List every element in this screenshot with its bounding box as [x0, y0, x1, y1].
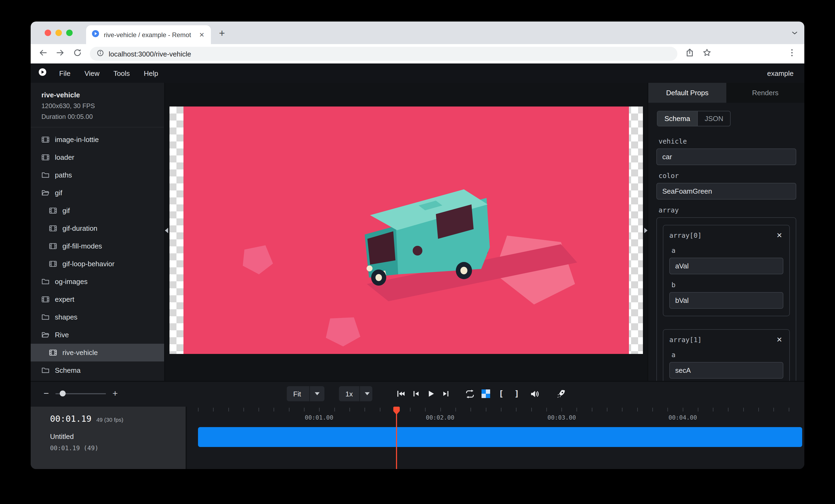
- sidebar-item-rive-vehicle[interactable]: rive-vehicle: [30, 344, 164, 361]
- sidebar-item-paths[interactable]: paths: [30, 166, 164, 184]
- zoom-slider-knob[interactable]: [60, 391, 66, 396]
- remove-array-0-icon[interactable]: ✕: [775, 231, 783, 240]
- url-text: localhost:3000/rive-vehicle: [109, 50, 191, 58]
- menu-file[interactable]: File: [53, 69, 76, 77]
- playback-speed-select[interactable]: 1x: [339, 386, 372, 401]
- array-0-b-label: b: [671, 281, 783, 289]
- browser-tabstrip: rive-vehicle / example - Remot ✕ +: [30, 22, 805, 44]
- collapse-right-sidebar-icon[interactable]: [644, 226, 648, 234]
- reload-icon[interactable]: [73, 48, 82, 60]
- composition-icon: [41, 135, 49, 144]
- ruler-label: 00:03.00: [547, 414, 576, 421]
- loop-icon[interactable]: [465, 389, 474, 398]
- out-point-icon[interactable]: ]: [512, 389, 521, 398]
- van-side-marker: [413, 246, 422, 255]
- zoom-in-button[interactable]: +: [113, 388, 118, 399]
- sidebar-item-gif-duration[interactable]: gif-duration: [30, 219, 164, 237]
- sidebar-item-rive-folder[interactable]: Rive: [30, 326, 164, 344]
- url-bar[interactable]: localhost:3000/rive-vehicle: [90, 47, 677, 61]
- fit-select[interactable]: Fit: [287, 386, 324, 401]
- project-resolution: 1200x630, 30 FPS: [41, 102, 157, 110]
- sidebar-item-label: gif: [55, 189, 62, 197]
- browser-menu-icon[interactable]: [787, 48, 797, 60]
- app-menubar: File View Tools Help example: [30, 63, 805, 83]
- forward-icon[interactable]: [56, 48, 65, 60]
- jump-to-start-icon[interactable]: [396, 389, 405, 398]
- sidebar-item-label: gif-duration: [62, 224, 97, 232]
- site-info-icon[interactable]: [96, 49, 104, 59]
- browser-window: rive-vehicle / example - Remot ✕ +: [30, 22, 805, 469]
- array-0-a-input[interactable]: [669, 258, 783, 274]
- zoom-slider[interactable]: [56, 393, 106, 394]
- sidebar-item-expert[interactable]: expert: [30, 291, 164, 308]
- array-1-a-label: a: [671, 351, 783, 359]
- tab-close-icon[interactable]: ✕: [198, 31, 205, 39]
- share-icon[interactable]: [685, 48, 695, 60]
- tab-search-chevron-icon[interactable]: [790, 28, 799, 39]
- minimize-window-button[interactable]: [56, 29, 62, 36]
- sidebar-item-label: loader: [55, 153, 74, 161]
- sidebar-item-schema[interactable]: Schema: [30, 361, 164, 379]
- rocket-icon[interactable]: [556, 389, 566, 398]
- timeline-track-bar[interactable]: [198, 427, 802, 447]
- ruler-label: 00:04.00: [669, 414, 697, 421]
- right-panel-tabs: Default Props Renders: [648, 83, 805, 103]
- menu-tools[interactable]: Tools: [108, 69, 136, 77]
- zoom-controls: − +: [44, 382, 118, 405]
- timeline-ruler[interactable]: [198, 408, 800, 412]
- collapse-left-sidebar-icon[interactable]: [164, 226, 169, 234]
- tab-default-props[interactable]: Default Props: [648, 83, 726, 103]
- volume-icon[interactable]: [530, 389, 539, 398]
- timeline-tracks-area[interactable]: 00:01.00 00:02.00 00:03.00 00:04.00: [187, 407, 805, 469]
- subtab-schema[interactable]: Schema: [657, 111, 697, 126]
- previous-frame-icon[interactable]: [411, 389, 420, 398]
- sidebar-item-og-images[interactable]: og-images: [30, 273, 164, 291]
- sidebar-item-shapes[interactable]: shapes: [30, 308, 164, 326]
- sidebar-item-image-in-lottie[interactable]: image-in-lottie: [30, 131, 164, 148]
- folder-icon: [41, 171, 49, 179]
- array-1-a-input[interactable]: [669, 362, 783, 379]
- next-frame-icon[interactable]: [441, 389, 450, 398]
- in-point-icon[interactable]: [: [496, 389, 506, 398]
- color-field-input[interactable]: [656, 183, 796, 200]
- sidebar-item-loader[interactable]: loader: [30, 148, 164, 166]
- transparency-checkerboard: [169, 106, 643, 354]
- remotion-logo-icon[interactable]: [38, 68, 47, 79]
- preview-area: [165, 83, 647, 381]
- array-0-b-input[interactable]: [669, 292, 783, 309]
- composition-icon: [41, 153, 49, 161]
- chevron-down-icon: [309, 386, 324, 401]
- menu-help[interactable]: Help: [138, 69, 164, 77]
- new-tab-button[interactable]: +: [219, 28, 225, 38]
- desktop-background: rive-vehicle / example - Remot ✕ +: [0, 0, 835, 504]
- play-icon[interactable]: [426, 389, 435, 398]
- van-front-hub: [375, 274, 382, 281]
- remove-array-1-icon[interactable]: ✕: [775, 335, 783, 344]
- playhead[interactable]: [396, 407, 397, 469]
- timeline: 00:01.19 49 (30 fps) Untitled 00:01.19 (…: [30, 407, 805, 469]
- tab-renders[interactable]: Renders: [726, 83, 805, 103]
- sidebar-item-gif-fill-modes[interactable]: gif-fill-modes: [30, 237, 164, 255]
- composition-icon: [49, 242, 57, 250]
- project-duration: Duration 00:05.00: [41, 113, 157, 121]
- sidebar-item-gif-loop-behavior[interactable]: gif-loop-behavior: [30, 255, 164, 273]
- array-0-label: array[0]: [669, 231, 701, 239]
- menu-view[interactable]: View: [79, 69, 105, 77]
- sidebar-item-gif-folder[interactable]: gif: [30, 184, 164, 202]
- sidebar-item-label: gif-fill-modes: [62, 242, 102, 250]
- bookmark-star-icon[interactable]: [702, 48, 712, 60]
- composition-icon: [49, 207, 57, 215]
- fullscreen-window-button[interactable]: [66, 29, 73, 36]
- track-name: Untitled: [50, 433, 186, 441]
- zoom-out-button[interactable]: −: [44, 388, 49, 399]
- pentagon-left: [243, 245, 273, 274]
- sidebar-item-gif[interactable]: gif: [30, 202, 164, 219]
- close-window-button[interactable]: [45, 29, 51, 36]
- browser-tab[interactable]: rive-vehicle / example - Remot ✕: [86, 25, 211, 44]
- subtab-json[interactable]: JSON: [697, 111, 730, 126]
- back-icon[interactable]: [38, 48, 48, 60]
- folder-open-icon: [41, 331, 49, 339]
- transparency-toggle-icon[interactable]: [481, 389, 490, 398]
- playhead-marker[interactable]: [393, 407, 400, 415]
- vehicle-field-input[interactable]: [656, 148, 796, 165]
